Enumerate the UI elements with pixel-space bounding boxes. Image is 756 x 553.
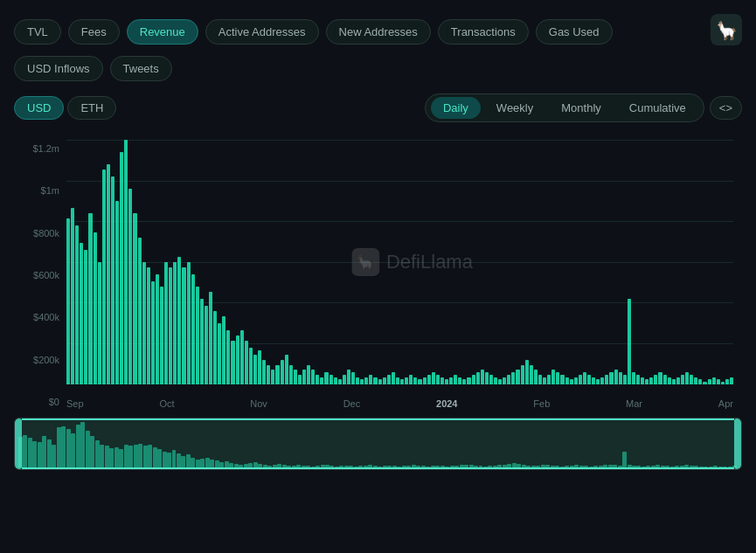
bar[interactable]: [320, 377, 323, 384]
bar[interactable]: [534, 370, 538, 384]
bar[interactable]: [658, 372, 662, 384]
bar[interactable]: [115, 201, 119, 384]
bar[interactable]: [373, 377, 377, 384]
bar[interactable]: [275, 365, 279, 384]
bar[interactable]: [240, 330, 244, 384]
bar[interactable]: [712, 377, 716, 384]
bar[interactable]: [338, 379, 342, 384]
currency-btn-eth[interactable]: ETH: [67, 96, 116, 120]
bar[interactable]: [285, 355, 288, 384]
bar[interactable]: [405, 377, 408, 384]
bar[interactable]: [107, 164, 110, 384]
bar[interactable]: [614, 370, 618, 384]
bar[interactable]: [698, 379, 702, 384]
bar[interactable]: [334, 377, 337, 384]
minimap-handle-right[interactable]: [734, 418, 741, 469]
bar[interactable]: [717, 379, 720, 384]
bar[interactable]: [164, 262, 168, 384]
bar[interactable]: [249, 348, 253, 384]
bar[interactable]: [205, 306, 208, 384]
bar[interactable]: [236, 335, 239, 384]
bar[interactable]: [583, 372, 586, 384]
bar[interactable]: [409, 375, 413, 384]
bar[interactable]: [458, 377, 461, 384]
bar[interactable]: [378, 379, 382, 384]
bar[interactable]: [636, 375, 640, 384]
bar[interactable]: [98, 262, 101, 384]
bar[interactable]: [543, 377, 546, 384]
bar[interactable]: [632, 372, 635, 384]
bar[interactable]: [654, 375, 657, 384]
bar[interactable]: [472, 375, 475, 384]
bar[interactable]: [423, 377, 427, 384]
bar[interactable]: [88, 213, 92, 384]
bar[interactable]: [218, 323, 221, 384]
bar[interactable]: [730, 377, 733, 384]
bar[interactable]: [347, 370, 350, 384]
bar[interactable]: [75, 225, 79, 384]
time-btn-monthly[interactable]: Monthly: [549, 97, 614, 119]
bar[interactable]: [721, 382, 725, 384]
bar[interactable]: [191, 274, 195, 384]
minimap-handle-left[interactable]: [15, 418, 22, 469]
filter-tag-active-addresses[interactable]: Active Addresses: [205, 19, 319, 45]
bar[interactable]: [360, 379, 364, 384]
bar[interactable]: [111, 176, 114, 384]
bar[interactable]: [281, 360, 284, 384]
bar[interactable]: [200, 299, 204, 384]
bar[interactable]: [182, 267, 185, 384]
bar[interactable]: [605, 375, 608, 384]
filter-tag-gas-used[interactable]: Gas Used: [536, 19, 613, 45]
filter-tag-transactions[interactable]: Transactions: [438, 19, 529, 45]
bar[interactable]: [708, 379, 711, 384]
bar[interactable]: [498, 379, 502, 384]
bar[interactable]: [663, 375, 667, 384]
bar[interactable]: [641, 377, 644, 384]
bar[interactable]: [156, 274, 159, 384]
bar[interactable]: [427, 375, 431, 384]
bar[interactable]: [253, 355, 257, 384]
bar[interactable]: [102, 169, 106, 384]
filter-tag-tweets[interactable]: Tweets: [110, 56, 172, 81]
bar[interactable]: [690, 375, 693, 384]
bar[interactable]: [128, 189, 132, 384]
bar[interactable]: [485, 372, 489, 384]
bar[interactable]: [383, 377, 386, 384]
bar[interactable]: [71, 208, 74, 384]
bar[interactable]: [551, 370, 555, 384]
bar[interactable]: [600, 377, 604, 384]
bar[interactable]: [173, 262, 177, 384]
bar[interactable]: [685, 372, 689, 384]
bar[interactable]: [681, 375, 684, 384]
bar[interactable]: [703, 382, 706, 384]
bar[interactable]: [271, 370, 274, 384]
bar[interactable]: [560, 375, 564, 384]
bar[interactable]: [400, 379, 404, 384]
bar[interactable]: [489, 375, 493, 384]
minimap[interactable]: [14, 418, 742, 470]
bar[interactable]: [587, 375, 591, 384]
bar[interactable]: [298, 375, 302, 384]
bar[interactable]: [267, 365, 270, 384]
bar[interactable]: [440, 377, 444, 384]
bar[interactable]: [364, 377, 368, 384]
bar[interactable]: [94, 232, 97, 384]
bar[interactable]: [311, 370, 315, 384]
bar[interactable]: [565, 377, 569, 384]
bar[interactable]: [445, 379, 448, 384]
bar[interactable]: [547, 375, 551, 384]
bar[interactable]: [672, 379, 676, 384]
bar[interactable]: [138, 238, 142, 384]
bar[interactable]: [476, 372, 480, 384]
bar[interactable]: [289, 365, 293, 384]
bar[interactable]: [725, 379, 729, 384]
bar[interactable]: [133, 213, 136, 384]
filter-tag-fees[interactable]: Fees: [68, 19, 120, 45]
bar[interactable]: [432, 372, 435, 384]
bar[interactable]: [120, 152, 123, 384]
bar[interactable]: [124, 140, 128, 384]
bar[interactable]: [356, 377, 359, 384]
bar[interactable]: [503, 377, 506, 384]
bar[interactable]: [396, 377, 399, 384]
filter-tag-revenue[interactable]: Revenue: [127, 19, 198, 45]
